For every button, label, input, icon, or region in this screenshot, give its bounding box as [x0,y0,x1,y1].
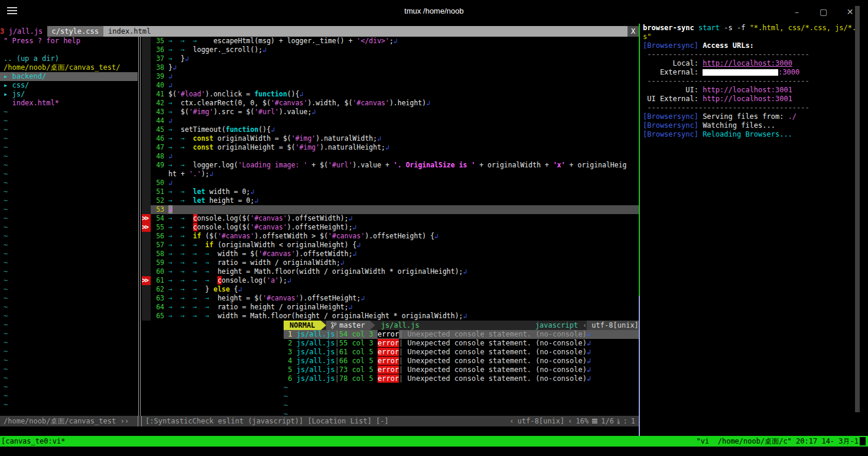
loclist-encoding: utf-8[unix] [518,416,564,426]
code-line-39[interactable]: 39↲ [142,72,639,81]
terminal-line: s" [640,33,868,41]
seg-tab: → [168,258,181,267]
nerdtree-item[interactable]: index.html* [0,99,138,108]
tab-close-icon[interactable]: X [628,26,639,37]
tab-style-css[interactable]: c/style.css [47,26,103,37]
seg-eol: ↲ [209,170,213,178]
code-line-46[interactable]: 46→ → const originalWidth = $('#img').na… [142,134,639,143]
nerdtree-item[interactable] [0,46,138,54]
code-line-53[interactable]: 53↲ [142,205,639,214]
seg-tcyan: start [694,24,720,32]
code-line-40[interactable]: 40↲ [142,81,639,90]
code-line-43[interactable]: 43→ $('#img').src = $('#url').value;↲ [142,108,639,117]
empty-line-tilde: ~ [0,365,138,374]
seg-tgray: -------------------------------------- [643,104,810,112]
nerdtree-item[interactable]: ▸ backend/ [0,72,138,81]
seg-txt: ).offsetHeight) { [365,232,434,240]
code-line-35[interactable]: 35→ → → escapeHtml(msg) + logger._time()… [142,37,639,46]
loclist-entry[interactable]: 5 js/all.js|73 col 5 error| Unexpected c… [284,366,639,374]
loclist-entry[interactable]: 3 js/all.js|61 col 5 error| Unexpected c… [284,348,639,357]
git-branch-name: master [339,321,365,330]
nerdtree-item[interactable]: ▸ js/ [0,90,138,99]
seg-ntdir: ▸ css/ [4,81,29,89]
code-line-47[interactable]: 47→ → const originalHeight = $('#img').n… [142,143,639,152]
code-line-62[interactable]: 62→ → → } else {↲ [142,285,639,294]
loclist-entry[interactable]: 2 js/all.js|55 col 3 error| Unexpected c… [284,339,639,348]
seg-kwy: const [193,134,214,143]
seg-tab: → [205,303,217,311]
seg-tcyan: Reloading Browsers... [698,130,792,138]
loclist-text: | [399,366,407,374]
scrollbar[interactable] [855,6,860,412]
seg-tab: → [168,134,181,143]
seg-txt: ).src = $( [213,108,254,116]
empty-line-tilde: ~ [0,170,138,179]
code-line-50[interactable]: 50↲ [142,179,639,187]
seg-eol: ↲ [360,294,365,302]
loclist-entry[interactable]: 4 js/all.js|66 col 5 error| Unexpected c… [284,357,639,366]
line-number: 40 [151,81,168,90]
nerdtree-item[interactable]: /home/noob/桌面/canvas_test/ [0,63,138,72]
code-line-55[interactable]: >>55→ → console.log($('#canvas').offsetH… [142,223,639,232]
code-line-59[interactable]: 59→ → → → ratio = width / originalWidth;… [142,258,639,267]
empty-line-tilde: ~ [0,241,138,250]
code-line-wrap[interactable]: ht + '.');↲ [142,170,639,179]
line-number: 39 [151,72,168,81]
seg-eolcur: ↲ [168,205,173,214]
nerdtree-item[interactable]: ▸ css/ [0,81,138,90]
loclist-entry[interactable]: 6 js/all.js|78 col 5 error| Unexpected c… [284,374,639,383]
seg-tab: → [193,37,206,45]
code-line-65[interactable]: 65→ → → → width = Math.floor(height / or… [142,312,639,321]
empty-line-tilde: ~ [0,258,138,267]
tmux-window: tmux /home/noob – ▢ ✕ 3 j/all.js c/style… [0,0,868,456]
seg-eol: ↲ [168,72,173,80]
seg-eol: ↲ [377,134,381,143]
seg-tab: → [181,223,193,231]
loclist-entry[interactable]: 1 js/all.js|54 col 3 error| Unexpected c… [284,330,639,339]
seg-tab: → [168,125,181,134]
code-line-52[interactable]: 52→ → let height = 0;↲ [142,196,639,205]
seg-tab: → [181,303,193,311]
code-line-36[interactable]: 36→ → logger._scroll();↲ [142,46,639,54]
tmux-session-window[interactable]: [canvas_te0:vi* [0,436,65,447]
code-line-49[interactable]: 49→ → logger.log('Loading image: ' + $('… [142,161,639,170]
code-line-64[interactable]: 64→ → → → ratio = height / originalHeigh… [142,303,639,312]
loclist-text: 66 col 5 [339,357,373,365]
maximize-button[interactable]: ▢ [810,0,837,24]
tab-number: 3 [0,27,4,35]
seg-eol: ↲ [185,54,189,63]
code-line-63[interactable]: 63→ → → → height = $('#canvas').offsetHe… [142,294,639,303]
code-line-41[interactable]: 41$('#load').onclick = function(){↲ [142,90,639,99]
code-line-51[interactable]: 51→ → let width = 0;↲ [142,187,639,196]
seg-txt: height = Math.floor(width / originalWidt… [217,267,463,276]
code-line-42[interactable]: 42→ ctx.clearRect(0, 0, $('#canvas').wid… [142,99,639,108]
code-line-61[interactable]: >>61→ → → → console.log('a');↲ [142,276,639,285]
code-line-54[interactable]: >>54→ → console.log($('#canvas').offsetW… [142,214,639,223]
seg-txt: originalHeight = $( [213,143,295,151]
seg-tab: → [181,276,193,284]
line-number: 46 [151,134,168,143]
tab-all-js[interactable]: 3 j/all.js [0,26,47,37]
loclist-text: ↲ [587,357,591,365]
empty-line-tilde: ~ [0,223,138,232]
code-line-56[interactable]: 56→ → if ($('#canvas').offsetWidth > $('… [142,232,639,241]
tab-index-html[interactable]: index.html [103,26,155,37]
seg-txt: originalWidth = $( [213,134,291,143]
vertical-split-border[interactable] [138,37,142,416]
loclist-text: 1 [284,330,297,338]
nerdtree-item[interactable]: " Press ? for help [0,37,138,46]
seg-eol: ↲ [287,276,291,284]
code-line-37[interactable]: 37→ }↲ [142,54,639,63]
code-line-38[interactable]: 38}↲ [142,63,639,72]
nerdtree-item[interactable]: .. (up a dir) [0,54,138,63]
seg-eol: ↲ [173,63,177,72]
code-line-58[interactable]: 58→ → → → width = $('#canvas').offsetWid… [142,250,639,258]
minimize-button[interactable]: – [784,0,810,24]
code-line-44[interactable]: 44↲ [142,117,639,125]
empty-line-tilde: ~ [0,108,138,117]
code-line-48[interactable]: 48↲ [142,152,639,161]
code-line-60[interactable]: 60→ → → → height = Math.floor(width / or… [142,267,639,276]
seg-tab: → [168,223,181,231]
code-line-57[interactable]: 57→ → → if (originalWidth < originalHeig… [142,241,639,250]
code-line-45[interactable]: 45→ setTimeout(function(){↲ [142,125,639,134]
